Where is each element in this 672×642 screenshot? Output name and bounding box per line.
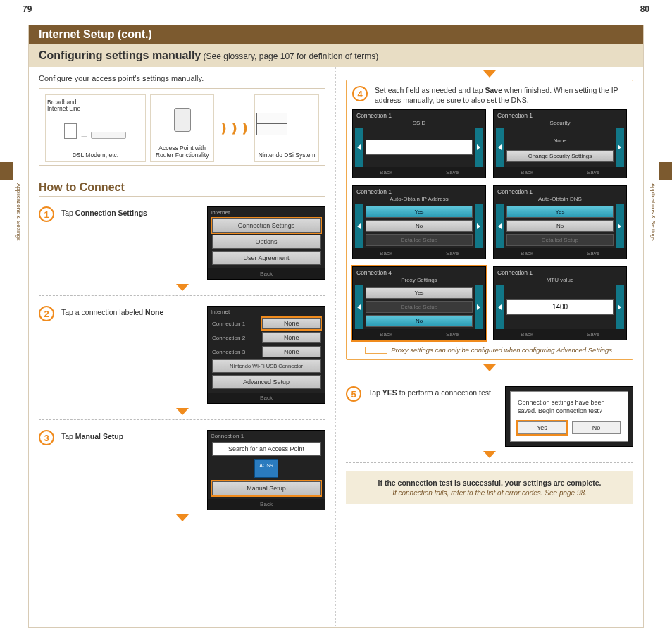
btn-connection-settings[interactable]: Connection Settings <box>212 218 321 233</box>
btn-back[interactable]: Back <box>353 167 419 178</box>
btn-connection-3-none[interactable]: None <box>262 346 321 357</box>
scroll-right-icon[interactable] <box>616 204 624 248</box>
screenshot-proxy: Connection 4 Proxy Settings Yes Detailed… <box>352 266 486 340</box>
btn-advanced-setup[interactable]: Advanced Setup <box>212 375 321 389</box>
side-tab-left <box>0 162 13 180</box>
continuation-arrow-icon <box>483 70 496 78</box>
intro-text: Configure your access point's settings m… <box>39 74 325 82</box>
broadband-label: Broadband Internet Line <box>47 99 144 113</box>
scroll-right-icon[interactable] <box>475 128 483 167</box>
screenshot-ssid: Connection 1 SSID BackSave <box>352 109 486 178</box>
btn-proxy-detailed[interactable]: Detailed Setup <box>366 301 473 313</box>
btn-proxy-yes[interactable]: Yes <box>366 287 473 299</box>
modem-label: DSL Modem, etc. <box>47 149 144 159</box>
page-number-left: 79 <box>23 4 32 14</box>
security-value: None <box>506 133 614 148</box>
btn-change-security[interactable]: Change Security Settings <box>506 150 614 162</box>
ssid-input[interactable] <box>366 140 473 155</box>
btn-dns-no[interactable]: No <box>506 220 614 232</box>
btn-save[interactable]: Save <box>419 167 485 178</box>
scroll-left-icon[interactable] <box>496 204 504 248</box>
btn-dns-detailed[interactable]: Detailed Setup <box>506 234 614 246</box>
left-column: Configure your access point's settings m… <box>29 67 336 626</box>
scroll-right-icon[interactable] <box>616 285 624 329</box>
page-number-right: 80 <box>640 4 649 14</box>
diagram-panel-modem: Broadband Internet Line — DSL Modem, etc… <box>45 94 146 162</box>
scroll-left-icon[interactable] <box>496 285 504 329</box>
btn-search-access-point[interactable]: Search for an Access Point <box>212 442 321 456</box>
btn-back[interactable]: Back <box>208 268 325 279</box>
proxy-note: Proxy settings can only be configured wh… <box>352 346 627 354</box>
step-2-number: 2 <box>39 306 54 321</box>
down-arrow-icon <box>483 364 496 371</box>
step-1-text: Tap Connection Settings <box>61 206 200 218</box>
step-2: 2 Tap a connection labeled None Internet… <box>39 306 325 404</box>
btn-back[interactable]: Back <box>494 248 560 259</box>
wifi-signal-icon: ❫❫❫ <box>218 94 250 162</box>
dialog-message: Connection settings have been saved. Beg… <box>518 399 621 415</box>
screenshot-connection-test: Connection settings have been saved. Beg… <box>505 386 633 446</box>
screenshot-manual-setup: Connection 1 Search for an Access Point … <box>207 430 325 510</box>
btn-test-no[interactable]: No <box>572 421 621 434</box>
screenshot-connection-list: Internet Connection 1None Connection 2No… <box>207 306 325 404</box>
btn-manual-setup[interactable]: Manual Setup <box>212 481 321 495</box>
side-caption-left: Applications & Settings <box>15 183 22 241</box>
step-2-text: Tap a connection labeled None <box>61 306 200 318</box>
btn-proxy-no[interactable]: No <box>366 315 473 327</box>
btn-save[interactable]: Save <box>419 248 485 259</box>
down-arrow-icon <box>176 408 189 415</box>
btn-ip-no[interactable]: No <box>366 220 473 232</box>
divider <box>39 295 325 296</box>
page-title: Internet Setup (cont.) <box>29 25 643 44</box>
scroll-left-icon[interactable] <box>355 128 363 167</box>
step-4-group: 4 Set each field as needed and tap Save … <box>346 80 633 360</box>
btn-back[interactable]: Back <box>208 499 325 510</box>
scroll-left-icon[interactable] <box>355 204 363 248</box>
btn-connection-1-none[interactable]: None <box>262 318 321 329</box>
btn-wifi-usb-connector[interactable]: Nintendo Wi-Fi USB Connector <box>212 359 321 373</box>
scroll-right-icon[interactable] <box>616 128 624 167</box>
btn-save[interactable]: Save <box>560 167 626 178</box>
content-frame: Internet Setup (cont.) Configuring setti… <box>28 25 644 628</box>
screenshot-auto-ip: Connection 1 Auto-Obtain IP Address Yes … <box>352 185 486 259</box>
btn-ip-yes[interactable]: Yes <box>366 206 473 218</box>
aoss-icon[interactable]: AOSS <box>254 459 278 478</box>
side-tab-right <box>659 162 672 180</box>
dsl-modem-icon <box>91 132 126 139</box>
btn-ip-detailed[interactable]: Detailed Setup <box>366 234 473 246</box>
scroll-left-icon[interactable] <box>355 285 363 329</box>
btn-back[interactable]: Back <box>353 248 419 259</box>
scroll-right-icon[interactable] <box>475 285 483 329</box>
btn-save[interactable]: Save <box>560 329 626 340</box>
step-5-number: 5 <box>346 386 361 402</box>
step-4-number: 4 <box>352 86 368 101</box>
scroll-right-icon[interactable] <box>475 204 483 248</box>
nintendo-dsi-icon <box>256 113 317 135</box>
router-icon <box>174 108 191 132</box>
btn-back[interactable]: Back <box>494 167 560 178</box>
step-5: 5 Tap YES to perform a connection test C… <box>346 386 633 446</box>
btn-back[interactable]: Back <box>353 329 419 340</box>
dsi-label: Nintendo DSi System <box>256 149 317 159</box>
btn-options[interactable]: Options <box>212 235 321 249</box>
step-3: 3 Tap Manual Setup Connection 1 Search f… <box>39 430 325 510</box>
divider <box>346 462 633 463</box>
scroll-left-icon[interactable] <box>496 128 504 167</box>
diagram-panel-dsi: Nintendo DSi System <box>254 94 319 162</box>
wall-outlet-icon <box>64 123 77 139</box>
router-label: Access Point with Router Functionality <box>152 142 213 159</box>
btn-user-agreement[interactable]: User Agreement <box>212 251 321 265</box>
btn-save[interactable]: Save <box>419 329 485 340</box>
btn-save[interactable]: Save <box>560 248 626 259</box>
btn-back[interactable]: Back <box>494 329 560 340</box>
btn-test-yes[interactable]: Yes <box>518 421 566 434</box>
step-4-text: Set each field as needed and tap Save wh… <box>375 86 627 105</box>
btn-back[interactable]: Back <box>208 393 325 403</box>
btn-dns-yes[interactable]: Yes <box>506 206 614 218</box>
screenshot-auto-dns: Connection 1 Auto-Obtain DNS Yes No Deta… <box>493 185 627 259</box>
step-1: 1 Tap Connection Settings Internet Conne… <box>39 206 325 280</box>
mtu-value[interactable]: 1400 <box>506 299 614 315</box>
network-diagram: Broadband Internet Line — DSL Modem, etc… <box>39 88 325 166</box>
subtitle-bold: Configuring settings manually <box>39 49 201 61</box>
btn-connection-2-none[interactable]: None <box>262 332 321 343</box>
